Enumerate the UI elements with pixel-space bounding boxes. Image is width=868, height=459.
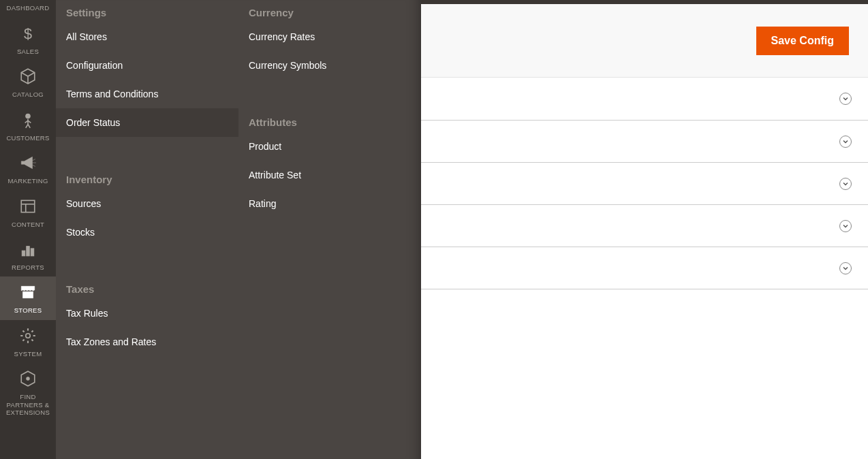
accordion-row[interactable] (421, 247, 868, 289)
main-content: Save Config (421, 0, 868, 459)
svg-rect-2 (21, 200, 35, 212)
svg-rect-5 (22, 251, 25, 256)
bar-chart-icon (19, 240, 37, 261)
chevron-down-icon (839, 93, 852, 105)
nav-marketing-label: MARKETING (7, 177, 48, 185)
nav-system-label: SYSTEM (14, 350, 42, 358)
chevron-down-icon (839, 262, 852, 274)
config-accordion (421, 78, 868, 289)
svg-point-8 (26, 333, 31, 338)
nav-content-label: CONTENT (12, 221, 44, 228)
accordion-row[interactable] (421, 204, 868, 247)
layout-icon (19, 197, 37, 218)
nav-catalog[interactable]: CATALOG (0, 61, 56, 104)
chevron-down-icon (839, 136, 852, 148)
nav-sales-label: SALES (17, 48, 39, 55)
nav-system[interactable]: SYSTEM (0, 320, 56, 363)
link-attribute-set[interactable]: Attribute Set (238, 161, 421, 189)
svg-point-1 (26, 114, 31, 118)
link-product[interactable]: Product (238, 132, 421, 161)
chevron-down-icon (839, 220, 852, 232)
section-title-currency: Currency (238, 0, 421, 22)
section-title-inventory: Inventory (56, 167, 238, 189)
link-tax-rules[interactable]: Tax Rules (56, 299, 238, 328)
primary-nav: DASHBOARD $ SALES CATALOG CUSTOMERS MARK… (0, 0, 56, 459)
nav-find-partners-label: FIND PARTNERS & EXTENSIONS (3, 393, 53, 416)
link-stocks[interactable]: Stocks (56, 218, 238, 247)
flyout-column-2: Currency Currency Rates Currency Symbols… (238, 0, 421, 459)
link-tax-zones-rates[interactable]: Tax Zones and Rates (56, 328, 238, 356)
nav-dashboard[interactable]: DASHBOARD (0, 0, 56, 18)
link-terms-conditions[interactable]: Terms and Conditions (56, 80, 238, 108)
nav-catalog-label: CATALOG (12, 91, 44, 98)
accordion-row[interactable] (421, 162, 868, 204)
accordion-row[interactable] (421, 120, 868, 162)
nav-reports-label: REPORTS (12, 264, 44, 271)
link-rating[interactable]: Rating (238, 189, 421, 218)
flyout-column-1: Settings All Stores Configuration Terms … (56, 0, 238, 459)
svg-rect-7 (31, 249, 33, 256)
action-bar: Save Config (421, 4, 868, 78)
link-all-stores[interactable]: All Stores (56, 22, 238, 51)
nav-stores[interactable]: STORES (0, 276, 56, 319)
nav-sales[interactable]: $ SALES (0, 18, 56, 61)
svg-point-9 (27, 377, 29, 380)
nav-reports[interactable]: REPORTS (0, 234, 56, 276)
nav-stores-label: STORES (14, 306, 42, 314)
section-title-taxes: Taxes (56, 276, 238, 299)
chevron-down-icon (839, 178, 852, 190)
stores-flyout: Settings All Stores Configuration Terms … (56, 0, 421, 459)
link-configuration[interactable]: Configuration (56, 51, 238, 80)
nav-dashboard-label: DASHBOARD (7, 4, 50, 12)
nav-customers[interactable]: CUSTOMERS (0, 104, 56, 147)
dollar-icon: $ (19, 25, 37, 45)
nav-customers-label: CUSTOMERS (6, 134, 49, 142)
person-icon (19, 111, 37, 131)
accordion-row[interactable] (421, 78, 868, 120)
svg-text:$: $ (24, 25, 32, 42)
save-config-button[interactable]: Save Config (756, 27, 849, 55)
link-currency-symbols[interactable]: Currency Symbols (238, 51, 421, 80)
nav-find-partners[interactable]: FIND PARTNERS & EXTENSIONS (0, 363, 56, 422)
svg-rect-6 (27, 247, 29, 256)
bullhorn-icon (19, 154, 37, 174)
store-icon (19, 283, 37, 304)
section-title-attributes: Attributes (238, 110, 421, 132)
nav-marketing[interactable]: MARKETING (0, 147, 56, 190)
section-title-settings: Settings (56, 0, 238, 22)
link-order-status[interactable]: Order Status (56, 108, 238, 137)
nav-content[interactable]: CONTENT (0, 191, 56, 234)
gear-icon (19, 327, 37, 347)
cube-icon (19, 67, 37, 88)
link-currency-rates[interactable]: Currency Rates (238, 22, 421, 51)
puzzle-icon (19, 370, 37, 390)
link-sources[interactable]: Sources (56, 189, 238, 218)
